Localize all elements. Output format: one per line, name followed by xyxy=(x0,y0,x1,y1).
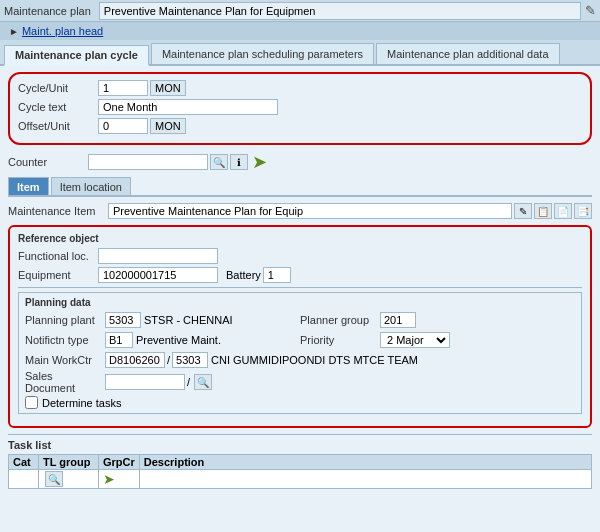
planner-group-input[interactable] xyxy=(380,312,416,328)
counter-row: Counter 🔍 ℹ ➤ xyxy=(8,151,592,173)
counter-info-icon[interactable]: ℹ xyxy=(230,154,248,170)
planning-plant-name: STSR - CHENNAI xyxy=(144,314,233,326)
priority-label: Priority xyxy=(300,334,380,346)
tab-item[interactable]: Item xyxy=(8,177,49,195)
planner-group-row: Planner group xyxy=(300,312,575,328)
cycle-text-row: Cycle text xyxy=(18,99,582,115)
sales-doc-separator: / xyxy=(187,376,190,388)
counter-label: Counter xyxy=(8,156,88,168)
battery-input[interactable] xyxy=(263,267,291,283)
maintenance-item-copy-icon[interactable]: 📋 xyxy=(534,203,552,219)
col-cat: Cat xyxy=(9,455,39,470)
cycle-text-input[interactable] xyxy=(98,99,278,115)
maintenance-item-doc2-icon[interactable]: 📑 xyxy=(574,203,592,219)
notifictn-type-code[interactable] xyxy=(105,332,133,348)
edit-icon[interactable]: ✎ xyxy=(585,3,596,18)
cycle-unit-input[interactable] xyxy=(98,80,148,96)
main-workctr-code1[interactable] xyxy=(105,352,165,368)
col-tl-group: TL group xyxy=(39,455,99,470)
sales-document-label: Sales Document xyxy=(25,370,105,394)
functional-loc-input[interactable] xyxy=(98,248,218,264)
tab-additional-data[interactable]: Maintenance plan additional data xyxy=(376,43,559,64)
offset-unit-unit: MON xyxy=(150,118,186,134)
offset-unit-label: Offset/Unit xyxy=(18,120,98,132)
reference-object-box: Reference object Functional loc. Equipme… xyxy=(8,225,592,428)
notifictn-type-label: Notifictn type xyxy=(25,334,105,346)
cycle-text-label: Cycle text xyxy=(18,101,98,113)
col-description: Description xyxy=(139,455,591,470)
green-arrow-icon: ➤ xyxy=(252,151,267,173)
table-row: 🔍 ➤ xyxy=(9,470,592,489)
equipment-row: Equipment Battery xyxy=(18,267,582,283)
determine-tasks-row: Determine tasks xyxy=(25,396,575,409)
sales-doc-search-icon[interactable]: 🔍 xyxy=(194,374,212,390)
maintenance-plan-label: Maintenance plan xyxy=(4,5,91,17)
sales-document-input[interactable] xyxy=(105,374,185,390)
planning-plant-code[interactable] xyxy=(105,312,141,328)
cell-grpcr: ➤ xyxy=(99,470,140,489)
main-workctr-row: Main WorkCtr / CNI GUMMIDIPOONDI DTS MTC… xyxy=(25,352,575,368)
main-workctr-code2[interactable] xyxy=(172,352,208,368)
cycle-unit-label: Cycle/Unit xyxy=(18,82,98,94)
col-grpcr: GrpCr xyxy=(99,455,140,470)
planning-plant-row: Planning plant STSR - CHENNAI xyxy=(25,312,300,328)
separator xyxy=(18,287,582,288)
battery-label: Battery xyxy=(226,269,261,281)
sales-document-row: Sales Document / 🔍 xyxy=(25,370,575,394)
cycle-unit-unit: MON xyxy=(150,80,186,96)
counter-search-icon[interactable]: 🔍 xyxy=(210,154,228,170)
breadcrumb-arrow-icon: ► xyxy=(9,26,19,37)
top-bar: Maintenance plan ✎ xyxy=(0,0,600,22)
tab-item-location[interactable]: Item location xyxy=(51,177,131,195)
breadcrumb-link[interactable]: Maint. plan head xyxy=(22,25,103,37)
determine-tasks-label: Determine tasks xyxy=(42,397,121,409)
maintenance-item-doc-icon[interactable]: 📄 xyxy=(554,203,572,219)
maintenance-item-label: Maintenance Item xyxy=(8,205,108,217)
planner-group-label: Planner group xyxy=(300,314,380,326)
priority-select[interactable]: 2 Major xyxy=(380,332,450,348)
task-list-title: Task list xyxy=(8,439,592,451)
tl-search-icon[interactable]: 🔍 xyxy=(45,471,63,487)
notifictn-type-name: Preventive Maint. xyxy=(136,334,221,346)
task-list-section: Task list Cat TL group GrpCr Description… xyxy=(8,434,592,489)
offset-unit-row: Offset/Unit MON xyxy=(18,118,582,134)
tl-arrow-icon: ➤ xyxy=(103,471,115,487)
main-workctr-label: Main WorkCtr xyxy=(25,354,105,366)
priority-row: Priority 2 Major xyxy=(300,332,575,348)
main-workctr-name: CNI GUMMIDIPOONDI DTS MTCE TEAM xyxy=(211,354,418,366)
planning-plant-label: Planning plant xyxy=(25,314,105,326)
reference-object-title: Reference object xyxy=(18,233,582,244)
planning-data-box: Planning data Planning plant STSR - CHEN… xyxy=(18,292,582,414)
cell-tl-group: 🔍 xyxy=(39,470,99,489)
counter-input[interactable] xyxy=(88,154,208,170)
maintenance-plan-input[interactable] xyxy=(99,2,581,20)
inner-tab-bar: Item Item location xyxy=(8,177,592,197)
offset-unit-input[interactable] xyxy=(98,118,148,134)
maintenance-item-row: Maintenance Item ✎ 📋 📄 📑 xyxy=(8,203,592,219)
determine-tasks-checkbox[interactable] xyxy=(25,396,38,409)
cycle-section: Cycle/Unit MON Cycle text Offset/Unit MO… xyxy=(8,72,592,145)
task-table: Cat TL group GrpCr Description 🔍 ➤ xyxy=(8,454,592,489)
planning-data-title: Planning data xyxy=(25,297,575,308)
equipment-input[interactable] xyxy=(98,267,218,283)
tab-scheduling-parameters[interactable]: Maintenance plan scheduling parameters xyxy=(151,43,374,64)
breadcrumb-bar: ► Maint. plan head xyxy=(0,22,600,40)
workctr-separator: / xyxy=(167,354,170,366)
cycle-unit-row: Cycle/Unit MON xyxy=(18,80,582,96)
cell-cat xyxy=(9,470,39,489)
functional-loc-label: Functional loc. xyxy=(18,250,98,262)
tab-maintenance-plan-cycle[interactable]: Maintenance plan cycle xyxy=(4,45,149,66)
cell-desc xyxy=(139,470,591,489)
main-tab-bar: Maintenance plan cycle Maintenance plan … xyxy=(0,40,600,66)
functional-loc-row: Functional loc. xyxy=(18,248,582,264)
equipment-label: Equipment xyxy=(18,269,98,281)
maintenance-item-input[interactable] xyxy=(108,203,512,219)
content-area: Cycle/Unit MON Cycle text Offset/Unit MO… xyxy=(0,66,600,532)
maintenance-item-edit-icon[interactable]: ✎ xyxy=(514,203,532,219)
notifictn-type-row: Notifictn type Preventive Maint. xyxy=(25,332,300,348)
